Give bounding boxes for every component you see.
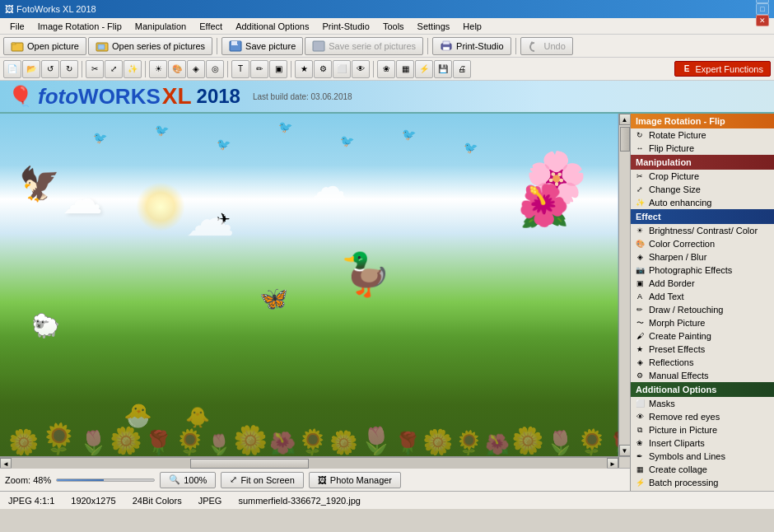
titlebar: 🖼 FotoWorks XL 2018 ─ □ ✕ [0, 0, 774, 18]
panel-item-cliparts[interactable]: ❀ Insert Cliparts [631, 436, 774, 450]
panel-item-add-border[interactable]: ▣ Add Border [631, 277, 774, 290]
svg-rect-9 [443, 47, 450, 50]
brightness-icon: ☀ [634, 225, 646, 236]
open-series-button[interactable]: Open series of pictures [88, 37, 212, 55]
hscroll-track[interactable] [12, 458, 607, 469]
panel-item-crop[interactable]: ✂ Crop Picture [631, 170, 774, 183]
bottom-scrollbar-area: ◄ ► [0, 456, 630, 468]
save-series-button[interactable]: Save serie of pictures [305, 37, 423, 55]
tool-clipart[interactable]: ❀ [377, 60, 395, 78]
tool-effects2[interactable]: ⚙ [314, 60, 332, 78]
scroll-thumb-vertical[interactable] [620, 127, 630, 152]
panel-item-color-correction[interactable]: 🎨 Color Correction [631, 237, 774, 250]
tool-collage[interactable]: ▦ [396, 60, 414, 78]
tool-draw[interactable]: ✏ [250, 60, 268, 78]
tool-new[interactable]: 📄 [3, 60, 21, 78]
maximize-button[interactable]: □ [756, 3, 769, 15]
tool-print[interactable]: 🖨 [453, 60, 471, 78]
tool-save[interactable]: 💾 [434, 60, 452, 78]
menu-image-rotation[interactable]: Image Rotation - Flip [31, 20, 128, 33]
panel-item-photographic[interactable]: 📷 Photographic Effects [631, 264, 774, 277]
expert-icon: E [682, 63, 692, 74]
print-studio-button[interactable]: Print-Studio [432, 37, 511, 55]
panel-item-expert[interactable]: E Expert Functions [631, 489, 774, 491]
panel-item-create-painting[interactable]: 🖌 Create Painting [631, 329, 774, 343]
symbols-icon: ✒ [634, 450, 646, 462]
titlebar-controls: ─ □ ✕ [756, 0, 769, 26]
panel-item-draw[interactable]: ✏ Draw / Retouching [631, 303, 774, 316]
scroll-up-arrow[interactable]: ▲ [619, 114, 631, 125]
panel-item-manual-effects[interactable]: ⚙ Manual Effects [631, 369, 774, 382]
hscroll-thumb[interactable] [190, 459, 310, 469]
panel-item-red-eyes[interactable]: 👁 Remove red eyes [631, 410, 774, 423]
panel-item-sharpen[interactable]: ◈ Sharpen / Blur [631, 250, 774, 264]
tool-redeye[interactable]: 👁 [352, 60, 370, 78]
panel-item-morph[interactable]: 〜 Morph Picture [631, 316, 774, 329]
tool-open[interactable]: 📂 [22, 60, 40, 78]
tool-resize[interactable]: ⤢ [105, 60, 123, 78]
zoom-slider[interactable] [56, 478, 155, 482]
bird-4: 🐦 [278, 120, 292, 133]
menu-effect[interactable]: Effect [193, 20, 229, 33]
menu-additional-options[interactable]: Additional Options [229, 20, 315, 33]
t2-sep5 [373, 61, 374, 77]
panel-item-reflections[interactable]: ◈ Reflections [631, 356, 774, 369]
close-button[interactable]: ✕ [756, 15, 769, 26]
toolbar-separator-2 [427, 38, 428, 54]
image-canvas: 🐦 🐦 🐦 🐦 🐦 🐦 🐦 🦅 ✈ 🌸 🌺 [0, 114, 618, 456]
resize-icon: ⤢ [634, 184, 646, 195]
image-area[interactable]: 🐦 🐦 🐦 🐦 🐦 🐦 🐦 🦅 ✈ 🌸 🌺 [0, 114, 618, 456]
panel-item-masks[interactable]: ⬜ Masks [631, 397, 774, 410]
expert-functions-button[interactable]: E Expert Functions [674, 61, 771, 77]
logo-text: fotoWORKS [38, 84, 161, 110]
sun [136, 182, 185, 231]
open-picture-button[interactable]: Open picture [3, 37, 86, 55]
tool-sharpen[interactable]: ◈ [187, 60, 205, 78]
menu-file[interactable]: File [3, 20, 31, 33]
vertical-scrollbar[interactable]: ▲ ▼ [618, 114, 630, 456]
scroll-down-arrow[interactable]: ▼ [619, 445, 631, 456]
panel-item-rotate[interactable]: ↻ Rotate Picture [631, 128, 774, 142]
tool-crop[interactable]: ✂ [86, 60, 104, 78]
tool-auto[interactable]: ✨ [124, 60, 142, 78]
zoom-100-button[interactable]: 🔍 100% [160, 472, 216, 488]
panel-item-batch[interactable]: ⚡ Batch processing [631, 476, 774, 489]
fit-on-screen-button[interactable]: ⤢ Fit on Screen [221, 472, 303, 488]
panel-item-collage[interactable]: ▦ Create collage [631, 463, 774, 476]
tool-blur[interactable]: ◎ [206, 60, 224, 78]
panel-item-flip[interactable]: ↔ Flip Picture [631, 142, 774, 155]
butterfly: 🦋 [259, 285, 288, 312]
svg-rect-4 [231, 41, 238, 45]
panel-item-add-text[interactable]: A Add Text [631, 290, 774, 303]
tool-border[interactable]: ▣ [269, 60, 287, 78]
clipart-icon: ❀ [634, 437, 646, 449]
batch-icon: ⚡ [634, 477, 646, 488]
tool-brightness[interactable]: ☀ [149, 60, 167, 78]
tool-mask[interactable]: ⬜ [333, 60, 351, 78]
tool-text[interactable]: T [231, 60, 249, 78]
panel-item-picture-in-picture[interactable]: ⧉ Picture in Picture [631, 423, 774, 436]
tool-effects1[interactable]: ★ [295, 60, 313, 78]
tool-rotate-right[interactable]: ↻ [60, 60, 78, 78]
save-picture-button[interactable]: Save picture [221, 37, 303, 55]
auto-enhance-icon: ✨ [634, 197, 646, 208]
zoombar: Zoom: 48% 🔍 100% ⤢ Fit on Screen 🖼 Photo… [0, 468, 630, 491]
red-eye-icon: 👁 [634, 411, 646, 422]
photo-manager-button[interactable]: 🖼 Photo Manager [309, 472, 401, 488]
menu-help[interactable]: Help [456, 20, 488, 33]
tool-batch[interactable]: ⚡ [415, 60, 433, 78]
fit-icon: ⤢ [230, 474, 237, 485]
panel-item-change-size[interactable]: ⤢ Change Size [631, 183, 774, 196]
undo-button[interactable]: Undo [520, 37, 573, 55]
panel-item-brightness[interactable]: ☀ Brightness/ Contrast/ Color [631, 224, 774, 237]
menu-print-studio[interactable]: Print-Studio [315, 20, 375, 33]
menu-settings[interactable]: Settings [411, 20, 457, 33]
tool-rotate-left[interactable]: ↺ [41, 60, 59, 78]
panel-item-symbols[interactable]: ✒ Symbols and Lines [631, 450, 774, 463]
horizontal-scrollbar[interactable]: ◄ ► [0, 457, 618, 469]
panel-item-preset-effects[interactable]: ★ Preset Effects [631, 343, 774, 356]
menu-tools[interactable]: Tools [376, 20, 411, 33]
menu-manipulation[interactable]: Manipulation [128, 20, 193, 33]
tool-color[interactable]: 🎨 [168, 60, 186, 78]
panel-item-auto-enhance[interactable]: ✨ Auto enhancing [631, 196, 774, 209]
